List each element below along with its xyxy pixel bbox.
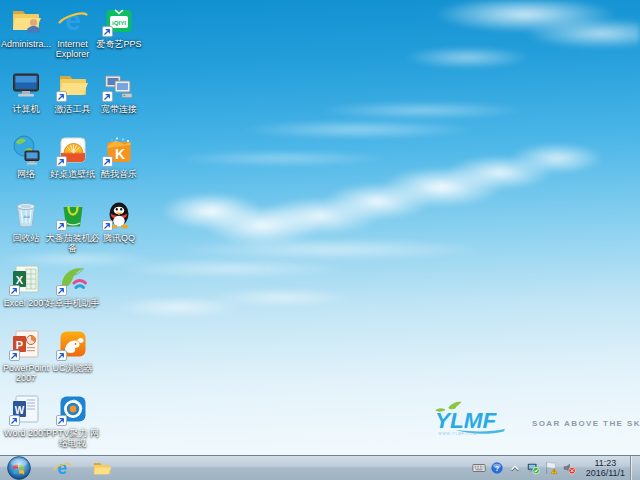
start-button[interactable] — [4, 456, 34, 480]
taskbar: e ? 11:23 2016/11/1 — [0, 455, 640, 480]
desktop-icon-label: UC浏览器 — [45, 363, 101, 373]
ie-icon: e — [57, 4, 89, 40]
tray-input-method[interactable] — [471, 461, 486, 476]
desktop-icon-broadband-connection[interactable]: 宽带连接 — [91, 69, 147, 114]
recycle-bin-icon — [10, 198, 42, 234]
computer-icon — [10, 69, 42, 105]
tray-volume-muted[interactable] — [561, 461, 576, 476]
ylmf-logo-icon: YLMF WWW.YLMF.COM — [430, 400, 530, 437]
shortcut-arrow-icon — [56, 220, 67, 231]
shortcut-arrow-icon — [9, 415, 20, 426]
shortcut-arrow-icon — [9, 285, 20, 296]
desktop-icon-kuwo-music[interactable]: K 酷我音乐 — [91, 134, 147, 179]
svg-text:e: e — [57, 458, 67, 478]
desktop-icon-pptv[interactable]: PPTV聚力 网络电视 — [45, 393, 101, 448]
svg-text:W: W — [15, 404, 25, 415]
ylmf-url-text: WWW.YLMF.COM — [438, 432, 477, 436]
tray-language-help[interactable]: ? — [489, 461, 504, 476]
taskbar-clock[interactable]: 11:23 2016/11/1 — [586, 458, 625, 479]
windows-orb-icon — [7, 456, 31, 480]
desktop-icon-label: 爱奇艺PPS — [91, 39, 147, 49]
clock-date: 2016/11/1 — [586, 468, 625, 479]
shortcut-arrow-icon — [9, 350, 20, 361]
svg-text:K: K — [115, 146, 125, 162]
desktop-icon-haozhuo-phone-assistant[interactable]: 好卓手机助手 — [45, 263, 101, 308]
shortcut-arrow-icon — [56, 91, 67, 102]
tray-network-status[interactable] — [525, 461, 540, 476]
clock-time: 11:23 — [586, 458, 625, 469]
desktop-icon-label: PPTV聚力 网络电视 — [45, 428, 101, 448]
shortcut-arrow-icon — [102, 156, 113, 167]
shortcut-arrow-icon — [102, 220, 113, 231]
shortcut-arrow-icon — [56, 285, 67, 296]
shortcut-arrow-icon — [56, 156, 67, 167]
desktop-icon-iqiyi-pps[interactable]: iQIYI 爱奇艺PPS — [91, 4, 147, 49]
shortcut-arrow-icon — [102, 26, 113, 37]
desktop-icon-label: 宽带连接 — [91, 104, 147, 114]
watermark-tagline: SOAR ABOVE THE SKY — [532, 419, 640, 428]
desktop-icon-label: 酷我音乐 — [91, 169, 147, 179]
taskbar-internet-explorer[interactable]: e — [50, 457, 74, 479]
svg-text:iQIYI: iQIYI — [112, 19, 126, 26]
tray-action-center[interactable] — [543, 461, 558, 476]
wallpaper-watermark: YLMF WWW.YLMF.COM SOAR ABOVE THE SKY — [430, 400, 640, 437]
svg-text:e: e — [65, 5, 81, 36]
taskbar-windows-explorer[interactable] — [90, 457, 114, 479]
show-desktop-button[interactable] — [630, 456, 640, 480]
tray-show-hidden-icons[interactable] — [507, 461, 522, 476]
svg-text:?: ? — [494, 464, 499, 473]
taskbar-pinned-icons: e — [50, 457, 114, 479]
tray-icon-area: ? — [470, 461, 578, 476]
desktop: Administra... e Internet Explorer iQIYI … — [0, 0, 640, 480]
ylmf-logo-text: YLMF — [435, 409, 497, 434]
svg-text:P: P — [16, 339, 23, 351]
shortcut-arrow-icon — [56, 415, 67, 426]
desktop-icon-uc-browser[interactable]: UC浏览器 — [45, 328, 101, 373]
desktop-icon-tencent-qq[interactable]: 腾讯QQ — [91, 198, 147, 243]
svg-text:X: X — [16, 274, 24, 286]
folder-user-icon — [10, 4, 42, 40]
desktop-icon-grid: Administra... e Internet Explorer iQIYI … — [0, 0, 640, 455]
system-tray: ? 11:23 2016/11/1 — [470, 456, 640, 480]
shortcut-arrow-icon — [56, 350, 67, 361]
network-icon — [10, 134, 42, 170]
desktop-icon-label: 好卓手机助手 — [45, 298, 101, 308]
desktop-icon-label: 腾讯QQ — [91, 233, 147, 243]
shortcut-arrow-icon — [102, 91, 113, 102]
